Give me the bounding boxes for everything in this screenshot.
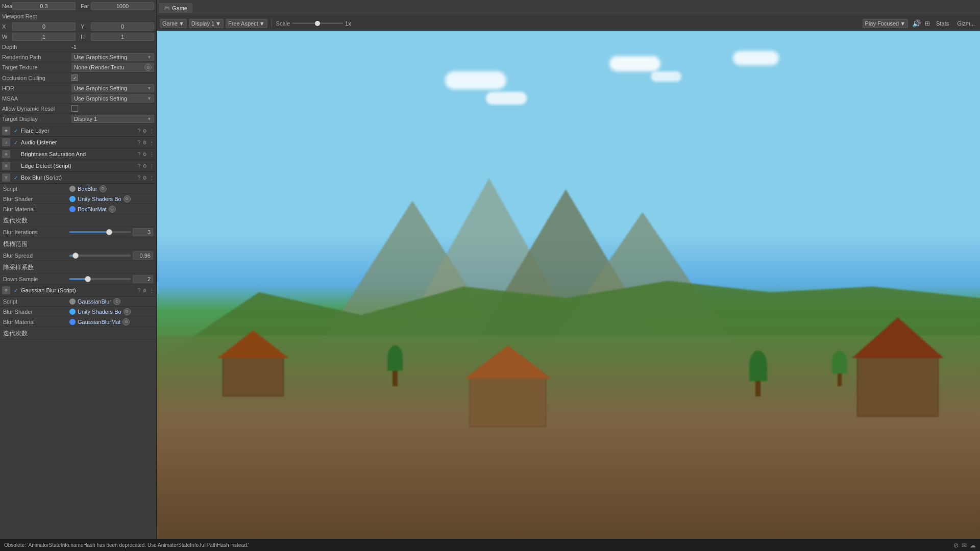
box-blur-name: Box Blur (Script): [21, 174, 137, 181]
gizmos-button[interactable]: Gizm...: [955, 19, 977, 28]
display-select-label: Display 1: [191, 20, 214, 27]
near-label: Near: [2, 3, 12, 9]
brightness-menu[interactable]: ⋮: [149, 152, 154, 157]
display-select[interactable]: Display 1 ▼: [189, 19, 224, 28]
blur-spread-track[interactable]: [69, 255, 131, 257]
console-icon-1[interactable]: ⊘: [953, 542, 959, 549]
w-input[interactable]: 1: [12, 33, 76, 41]
gaussian-material-text: GaussianBlurMat: [78, 319, 120, 325]
brightness-settings[interactable]: ⚙: [142, 152, 147, 157]
flare-layer-actions: ? ⚙ ⋮: [137, 128, 154, 134]
box-blur-menu[interactable]: ⋮: [149, 175, 154, 181]
blur-iterations-track[interactable]: [69, 231, 131, 233]
console-icon-2[interactable]: ✉: [962, 542, 967, 549]
stats-button[interactable]: Stats: [934, 19, 951, 28]
blur-spread-thumb[interactable]: [72, 253, 79, 259]
gaussian-material-circle[interactable]: ⊙: [122, 318, 130, 325]
audio-listener-name: Audio Listener: [21, 139, 137, 145]
box-blur-settings[interactable]: ⚙: [142, 175, 147, 181]
depth-value: -1: [71, 44, 154, 50]
console-message: Obsolete: 'AnimatorStateInfo.nameHash ha…: [4, 542, 249, 548]
msaa-select[interactable]: Use Graphics Setting ▼: [71, 94, 154, 103]
blur-material-circle[interactable]: ⊙: [109, 206, 116, 213]
aspect-select[interactable]: Free Aspect ▼: [226, 19, 267, 28]
blur-shader-circle[interactable]: ⊙: [124, 195, 131, 203]
game-select[interactable]: Game ▼: [160, 19, 187, 28]
hdr-select[interactable]: Use Graphics Setting ▼: [71, 84, 154, 92]
audio-listener-header[interactable]: ♪ ✓ Audio Listener ? ⚙ ⋮: [0, 137, 156, 148]
rendering-path-select[interactable]: Use Graphics Setting ▼: [71, 53, 154, 61]
scale-row: Scale 1x: [276, 20, 351, 27]
near-input[interactable]: 0.3: [12, 2, 76, 10]
h-input[interactable]: 1: [91, 33, 154, 41]
cloud-3: [609, 56, 660, 71]
audio-icon[interactable]: 🔊: [912, 19, 921, 28]
box-blur-script-circle[interactable]: ⊙: [100, 185, 107, 192]
audio-listener-settings[interactable]: ⚙: [142, 140, 147, 145]
edge-detect-help[interactable]: ?: [137, 163, 140, 169]
flare-layer-check[interactable]: ✓: [12, 127, 19, 134]
game-select-arrow: ▼: [179, 20, 184, 27]
gaussian-blur-help[interactable]: ?: [137, 288, 140, 293]
target-display-select[interactable]: Display 1 ▼: [71, 115, 154, 123]
flare-layer-settings[interactable]: ⚙: [142, 128, 147, 134]
allow-dynamic-checkbox[interactable]: [71, 105, 78, 112]
target-texture-circle[interactable]: ⊙: [144, 64, 152, 71]
w-pair: W 1: [2, 33, 76, 41]
box-blur-actions: ? ⚙ ⋮: [137, 175, 154, 181]
console-icon-3[interactable]: ☁: [970, 542, 976, 549]
blur-iterations-fill: [69, 231, 109, 233]
blur-spread-value[interactable]: 0.96: [133, 252, 153, 260]
edge-detect-settings[interactable]: ⚙: [142, 163, 147, 169]
edge-detect-icon: #: [2, 162, 10, 170]
blur-iterations-value[interactable]: 3: [133, 228, 153, 236]
far-input[interactable]: 1000: [91, 2, 154, 10]
gaussian-blur-check[interactable]: ✓: [12, 287, 19, 294]
occlusion-culling-checkbox[interactable]: ✓: [71, 74, 78, 81]
play-focused-select[interactable]: Play Focused ▼: [863, 19, 909, 28]
gaussian-blur-menu[interactable]: ⋮: [149, 288, 154, 293]
game-toolbar: Game ▼ Display 1 ▼ Free Aspect ▼ Scale 1…: [157, 16, 980, 31]
edge-detect-header[interactable]: # Edge Detect (Script) ? ⚙ ⋮: [0, 160, 156, 172]
target-texture-value: None (Render Textu: [74, 64, 124, 70]
down-sample-thumb[interactable]: [85, 276, 91, 282]
audio-listener-icon: ♪: [2, 138, 10, 146]
x-input[interactable]: 0: [12, 22, 76, 31]
box-blur-header[interactable]: # ✓ Box Blur (Script) ? ⚙ ⋮: [0, 172, 156, 184]
blur-iterations-thumb[interactable]: [106, 229, 112, 235]
brightness-help[interactable]: ?: [137, 152, 140, 157]
box-blur-check[interactable]: ✓: [12, 174, 19, 181]
flare-layer-header[interactable]: ★ ✓ Flare Layer ? ⚙ ⋮: [0, 125, 156, 137]
blur-shader-icon: [69, 196, 76, 202]
audio-listener-menu[interactable]: ⋮: [149, 140, 154, 145]
flare-layer-help[interactable]: ?: [137, 128, 140, 134]
gaussian-blur-header[interactable]: # ✓ Gaussian Blur (Script) ? ⚙ ⋮: [0, 285, 156, 296]
scale-track[interactable]: [292, 22, 343, 24]
audio-listener-check[interactable]: ✓: [12, 139, 19, 146]
game-tabbar: 🎮 Game: [157, 0, 980, 16]
gaussian-material-label: Blur Material: [3, 319, 69, 325]
blur-iterations-section: 迭代次数: [0, 214, 156, 227]
gaussian-blur-settings[interactable]: ⚙: [142, 288, 147, 293]
flare-layer-menu[interactable]: ⋮: [149, 128, 154, 134]
y-input[interactable]: 0: [91, 22, 154, 31]
edge-detect-menu[interactable]: ⋮: [149, 163, 154, 169]
blur-material-value: BoxBlurMat ⊙: [69, 206, 153, 213]
blur-spread-label: Blur Spread: [3, 253, 69, 259]
target-texture-select[interactable]: None (Render Textu ⊙: [71, 63, 154, 72]
brightness-header[interactable]: # Brightness Saturation And ? ⚙ ⋮: [0, 148, 156, 160]
game-tab[interactable]: 🎮 Game: [159, 3, 192, 13]
gaussian-script-label: Script: [3, 298, 69, 305]
scale-value: 1x: [345, 20, 351, 27]
gaussian-script-circle[interactable]: ⊙: [113, 298, 120, 305]
console-bar: Obsolete: 'AnimatorStateInfo.nameHash ha…: [0, 539, 980, 551]
audio-listener-help[interactable]: ?: [137, 140, 140, 145]
screen-icon[interactable]: ⊞: [925, 20, 930, 27]
right-house: [857, 315, 939, 417]
down-sample-value[interactable]: 2: [133, 275, 153, 283]
gaussian-shader-circle[interactable]: ⊙: [124, 308, 131, 315]
down-sample-track[interactable]: [69, 278, 131, 280]
gaussian-shader-text: Unity Shaders Bo: [78, 309, 121, 315]
box-blur-help[interactable]: ?: [137, 175, 140, 181]
y-pair: Y 0: [81, 22, 154, 31]
